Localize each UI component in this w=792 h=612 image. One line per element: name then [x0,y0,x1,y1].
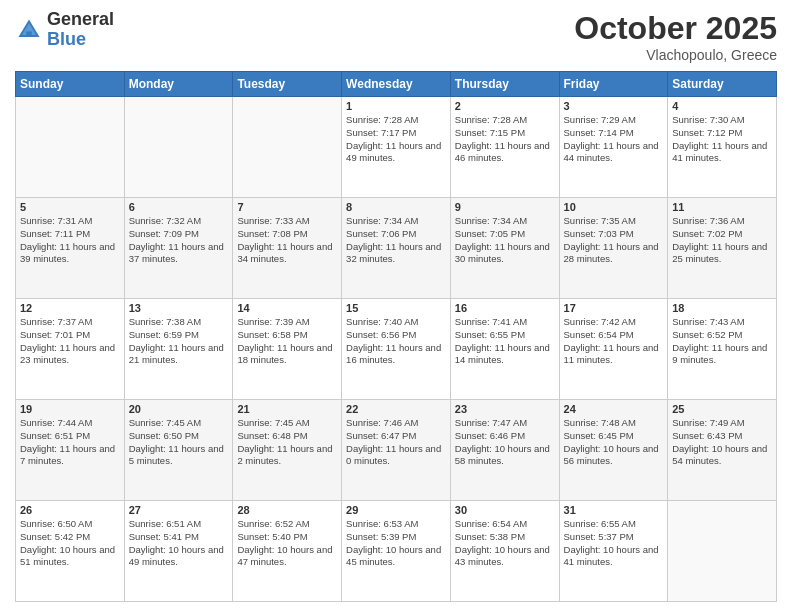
day-info: Sunrise: 6:51 AMSunset: 5:41 PMDaylight:… [129,518,229,569]
day-cell [668,501,777,602]
day-info: Sunrise: 6:54 AMSunset: 5:38 PMDaylight:… [455,518,555,569]
week-row-3: 19Sunrise: 7:44 AMSunset: 6:51 PMDayligh… [16,400,777,501]
day-cell: 24Sunrise: 7:48 AMSunset: 6:45 PMDayligh… [559,400,668,501]
svg-rect-2 [26,31,32,37]
day-number: 23 [455,403,555,415]
day-number: 13 [129,302,229,314]
day-cell: 23Sunrise: 7:47 AMSunset: 6:46 PMDayligh… [450,400,559,501]
day-info: Sunrise: 7:31 AMSunset: 7:11 PMDaylight:… [20,215,120,266]
day-cell: 15Sunrise: 7:40 AMSunset: 6:56 PMDayligh… [342,299,451,400]
day-number: 10 [564,201,664,213]
day-cell: 7Sunrise: 7:33 AMSunset: 7:08 PMDaylight… [233,198,342,299]
calendar-table: Sunday Monday Tuesday Wednesday Thursday… [15,71,777,602]
day-info: Sunrise: 7:45 AMSunset: 6:48 PMDaylight:… [237,417,337,468]
day-cell: 13Sunrise: 7:38 AMSunset: 6:59 PMDayligh… [124,299,233,400]
day-info: Sunrise: 6:50 AMSunset: 5:42 PMDaylight:… [20,518,120,569]
day-number: 21 [237,403,337,415]
day-number: 20 [129,403,229,415]
week-row-0: 1Sunrise: 7:28 AMSunset: 7:17 PMDaylight… [16,97,777,198]
day-info: Sunrise: 7:34 AMSunset: 7:05 PMDaylight:… [455,215,555,266]
day-cell: 21Sunrise: 7:45 AMSunset: 6:48 PMDayligh… [233,400,342,501]
logo: General Blue [15,10,114,50]
header-monday: Monday [124,72,233,97]
logo-text: General Blue [47,10,114,50]
day-cell: 27Sunrise: 6:51 AMSunset: 5:41 PMDayligh… [124,501,233,602]
day-info: Sunrise: 7:38 AMSunset: 6:59 PMDaylight:… [129,316,229,367]
day-cell: 12Sunrise: 7:37 AMSunset: 7:01 PMDayligh… [16,299,125,400]
day-number: 31 [564,504,664,516]
day-cell: 19Sunrise: 7:44 AMSunset: 6:51 PMDayligh… [16,400,125,501]
day-cell: 28Sunrise: 6:52 AMSunset: 5:40 PMDayligh… [233,501,342,602]
day-info: Sunrise: 7:42 AMSunset: 6:54 PMDaylight:… [564,316,664,367]
day-cell: 25Sunrise: 7:49 AMSunset: 6:43 PMDayligh… [668,400,777,501]
logo-general: General [47,10,114,30]
day-cell: 5Sunrise: 7:31 AMSunset: 7:11 PMDaylight… [16,198,125,299]
day-cell: 1Sunrise: 7:28 AMSunset: 7:17 PMDaylight… [342,97,451,198]
day-cell: 11Sunrise: 7:36 AMSunset: 7:02 PMDayligh… [668,198,777,299]
day-number: 14 [237,302,337,314]
day-number: 17 [564,302,664,314]
day-number: 16 [455,302,555,314]
day-number: 28 [237,504,337,516]
day-number: 2 [455,100,555,112]
day-info: Sunrise: 7:47 AMSunset: 6:46 PMDaylight:… [455,417,555,468]
day-cell: 6Sunrise: 7:32 AMSunset: 7:09 PMDaylight… [124,198,233,299]
day-info: Sunrise: 7:48 AMSunset: 6:45 PMDaylight:… [564,417,664,468]
day-info: Sunrise: 7:28 AMSunset: 7:15 PMDaylight:… [455,114,555,165]
day-info: Sunrise: 7:46 AMSunset: 6:47 PMDaylight:… [346,417,446,468]
week-row-1: 5Sunrise: 7:31 AMSunset: 7:11 PMDaylight… [16,198,777,299]
day-cell: 22Sunrise: 7:46 AMSunset: 6:47 PMDayligh… [342,400,451,501]
day-info: Sunrise: 6:55 AMSunset: 5:37 PMDaylight:… [564,518,664,569]
day-cell: 16Sunrise: 7:41 AMSunset: 6:55 PMDayligh… [450,299,559,400]
day-cell [16,97,125,198]
day-info: Sunrise: 7:32 AMSunset: 7:09 PMDaylight:… [129,215,229,266]
logo-icon [15,16,43,44]
day-cell: 29Sunrise: 6:53 AMSunset: 5:39 PMDayligh… [342,501,451,602]
day-number: 4 [672,100,772,112]
day-info: Sunrise: 7:37 AMSunset: 7:01 PMDaylight:… [20,316,120,367]
day-info: Sunrise: 7:36 AMSunset: 7:02 PMDaylight:… [672,215,772,266]
header-row: Sunday Monday Tuesday Wednesday Thursday… [16,72,777,97]
day-info: Sunrise: 7:34 AMSunset: 7:06 PMDaylight:… [346,215,446,266]
day-info: Sunrise: 7:43 AMSunset: 6:52 PMDaylight:… [672,316,772,367]
calendar-header: Sunday Monday Tuesday Wednesday Thursday… [16,72,777,97]
page: General Blue October 2025 Vlachopoulo, G… [0,0,792,612]
header-tuesday: Tuesday [233,72,342,97]
day-number: 27 [129,504,229,516]
day-cell: 18Sunrise: 7:43 AMSunset: 6:52 PMDayligh… [668,299,777,400]
day-info: Sunrise: 7:29 AMSunset: 7:14 PMDaylight:… [564,114,664,165]
day-number: 8 [346,201,446,213]
day-number: 15 [346,302,446,314]
title-section: October 2025 Vlachopoulo, Greece [574,10,777,63]
day-cell: 10Sunrise: 7:35 AMSunset: 7:03 PMDayligh… [559,198,668,299]
day-info: Sunrise: 7:30 AMSunset: 7:12 PMDaylight:… [672,114,772,165]
day-number: 22 [346,403,446,415]
day-number: 6 [129,201,229,213]
day-number: 7 [237,201,337,213]
day-info: Sunrise: 7:40 AMSunset: 6:56 PMDaylight:… [346,316,446,367]
month-title: October 2025 [574,10,777,47]
day-number: 30 [455,504,555,516]
header: General Blue October 2025 Vlachopoulo, G… [15,10,777,63]
day-cell [233,97,342,198]
day-number: 26 [20,504,120,516]
day-info: Sunrise: 7:33 AMSunset: 7:08 PMDaylight:… [237,215,337,266]
day-number: 25 [672,403,772,415]
day-cell [124,97,233,198]
day-number: 12 [20,302,120,314]
day-info: Sunrise: 7:35 AMSunset: 7:03 PMDaylight:… [564,215,664,266]
day-info: Sunrise: 7:41 AMSunset: 6:55 PMDaylight:… [455,316,555,367]
day-number: 5 [20,201,120,213]
header-wednesday: Wednesday [342,72,451,97]
day-info: Sunrise: 6:52 AMSunset: 5:40 PMDaylight:… [237,518,337,569]
header-sunday: Sunday [16,72,125,97]
week-row-2: 12Sunrise: 7:37 AMSunset: 7:01 PMDayligh… [16,299,777,400]
day-number: 18 [672,302,772,314]
day-number: 24 [564,403,664,415]
day-number: 11 [672,201,772,213]
week-row-4: 26Sunrise: 6:50 AMSunset: 5:42 PMDayligh… [16,501,777,602]
day-cell: 26Sunrise: 6:50 AMSunset: 5:42 PMDayligh… [16,501,125,602]
day-info: Sunrise: 7:45 AMSunset: 6:50 PMDaylight:… [129,417,229,468]
header-friday: Friday [559,72,668,97]
day-cell: 17Sunrise: 7:42 AMSunset: 6:54 PMDayligh… [559,299,668,400]
